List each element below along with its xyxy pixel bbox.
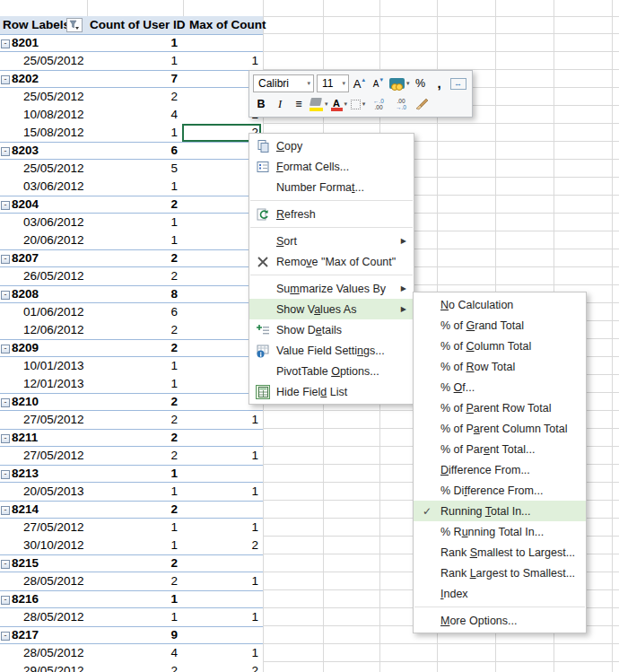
max-cell[interactable]: 2 [183,537,263,554]
count-cell[interactable]: 2 [87,340,183,356]
collapse-icon[interactable]: - [1,345,10,353]
row-label-cell[interactable]: 12/01/2013 [0,375,87,393]
row-label-cell[interactable]: 25/05/2012 [0,160,87,178]
pivot-date-row[interactable]: 25/05/20125 [0,160,263,178]
collapse-icon[interactable]: - [1,434,10,443]
count-cell[interactable]: 2 [87,447,183,465]
pivot-group-row[interactable]: -82152 [0,554,263,572]
menu-item-of-parent-column-total[interactable]: % of Parent Column Total [414,418,586,439]
max-cell[interactable]: 1 [183,447,263,465]
menu-item-difference-from[interactable]: Difference From... [414,459,586,480]
font-name-combo[interactable]: Calibri ▾ [253,74,314,92]
font-color-button[interactable]: A ▾ [331,95,348,113]
count-cell[interactable]: 2 [87,196,183,213]
pivot-date-row[interactable]: 28/05/201221 [0,572,263,590]
count-cell[interactable]: 1 [87,519,183,537]
count-cell[interactable]: 1 [87,357,183,375]
count-cell[interactable]: 1 [87,214,183,231]
count-cell[interactable]: 2 [87,267,183,285]
max-cell[interactable]: 1 [183,519,263,537]
row-label-cell[interactable]: -8202 [0,71,87,87]
row-label-cell[interactable]: 25/05/2012 [0,52,87,70]
pivot-date-row[interactable]: 27/05/201221 [0,447,263,465]
max-cell[interactable]: 1 [183,572,263,590]
pivot-date-row[interactable]: 28/05/201211 [0,608,263,626]
max-cell[interactable] [183,466,263,482]
collapse-icon[interactable]: - [1,506,10,515]
collapse-icon[interactable]: - [1,398,10,407]
menu-item-rank-largest-to-smallest[interactable]: Rank Largest to Smallest... [414,563,586,583]
count-cell[interactable]: 9 [87,627,183,643]
row-label-cell[interactable]: 27/05/2012 [0,411,87,429]
row-label-cell[interactable]: 28/05/2012 [0,644,87,662]
menu-item-of-parent-total[interactable]: % of Parent Total... [414,439,586,459]
pivot-date-row[interactable]: 01/06/20126 [0,303,263,321]
pivot-group-row[interactable]: -82102 [0,393,263,411]
pivot-group-row[interactable]: -82142 [0,501,263,519]
row-label-cell[interactable]: -8216 [0,591,87,607]
row-label-cell[interactable]: 03/06/2012 [0,214,87,231]
row-label-cell[interactable]: 10/08/2012 [0,106,87,124]
menu-item-of-parent-row-total[interactable]: % of Parent Row Total [414,397,586,418]
pivot-group-row[interactable]: -82092 [0,339,263,357]
row-label-cell[interactable]: 20/05/2013 [0,483,87,501]
pivot-date-row[interactable]: 30/10/201212 [0,537,263,554]
row-label-cell[interactable]: 27/05/2012 [0,519,87,537]
max-cell[interactable]: 1 [183,483,263,501]
row-label-cell[interactable]: -8215 [0,555,87,572]
pivot-date-row[interactable]: 20/05/201311 [0,483,263,501]
menu-item-value-field-settings[interactable]: Value Field Settings... [249,340,414,361]
row-label-cell[interactable]: 28/05/2012 [0,608,87,626]
filter-button[interactable] [66,18,83,32]
menu-item-of-column-total[interactable]: % of Column Total [414,336,586,356]
pivot-date-row[interactable]: 27/05/201211 [0,519,263,537]
row-label-cell[interactable]: 12/06/2012 [0,321,87,339]
max-cell[interactable] [183,502,263,518]
menu-item-of[interactable]: % Of... [414,377,586,397]
pivot-date-row[interactable]: 25/05/20122 [0,88,263,106]
count-cell[interactable]: 1 [87,178,183,196]
pivot-date-row[interactable]: 03/06/20121 [0,214,263,231]
collapse-icon[interactable]: - [1,596,10,605]
row-label-cell[interactable]: 10/01/2013 [0,357,87,375]
collapse-icon[interactable]: - [1,632,10,641]
menu-item-more-options[interactable]: More Options... [414,610,586,631]
decrease-decimal-button[interactable]: .00 →.0 [391,95,411,113]
menu-item-difference-from[interactable]: % Difference From... [414,480,586,501]
row-label-cell[interactable]: -8207 [0,250,87,266]
bold-button[interactable]: B [253,95,269,113]
count-cell[interactable]: 5 [87,160,183,178]
pivot-group-row[interactable]: -82011 [0,34,263,52]
max-cell[interactable] [183,35,263,51]
max-cell[interactable] [183,430,263,446]
pivot-date-row[interactable]: 25/05/201211 [0,52,263,70]
menu-item-hide-field-list[interactable]: Hide Field List [249,381,414,402]
row-label-cell[interactable]: 27/05/2012 [0,447,87,465]
row-label-cell[interactable]: -8209 [0,340,87,356]
row-label-cell[interactable]: -8210 [0,394,87,410]
row-label-cell[interactable]: -8217 [0,627,87,643]
count-cell[interactable]: 1 [87,35,183,51]
count-cell[interactable]: 2 [87,555,183,572]
row-label-cell[interactable]: -8214 [0,502,87,518]
row-label-cell[interactable]: 15/08/2012 [0,124,87,142]
menu-item-summarize-values-by[interactable]: Summarize Values By▶ [249,278,414,299]
count-cell[interactable]: 2 [87,411,183,429]
menu-item-running-total-in[interactable]: % Running Total In... [414,521,586,542]
row-label-cell[interactable]: -8204 [0,196,87,213]
pivot-date-row[interactable]: 12/01/20131 [0,375,263,393]
row-label-cell[interactable]: -8211 [0,430,87,446]
menu-item-show-values-as[interactable]: Show Values As▶ [249,299,414,319]
menu-item-show-details[interactable]: Show Details [249,319,414,340]
count-cell[interactable]: 4 [87,106,183,124]
count-cell[interactable]: 1 [87,537,183,554]
pivot-group-row[interactable]: -82027 [0,70,263,88]
collapse-icon[interactable]: - [1,470,10,479]
count-cell[interactable]: 1 [87,483,183,501]
menu-item-pivottable-options[interactable]: PivotTable Options... [249,361,414,381]
pivot-date-row[interactable]: 12/06/20122 [0,321,263,339]
menu-item-refresh[interactable]: Refresh [249,204,414,224]
collapse-icon[interactable]: - [1,39,10,48]
pivot-date-row[interactable]: 28/05/201241 [0,644,263,662]
count-cell[interactable]: 1 [87,231,183,249]
